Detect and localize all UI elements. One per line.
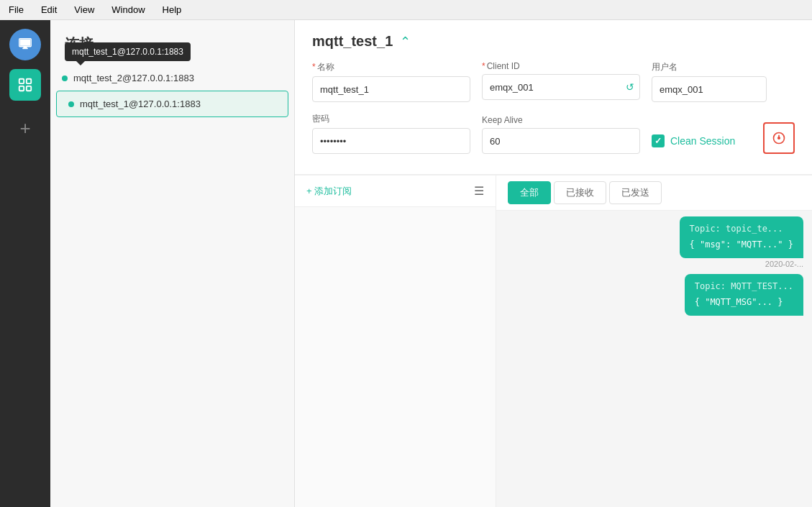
detail-header: mqtt_test_1 ⌃ *名称 *Client ID <box>295 20 812 175</box>
connection-item-2[interactable]: mqtt_test_1@127.0.0.1:1883 <box>56 91 288 117</box>
detail-title: mqtt_test_1 <box>312 33 393 50</box>
connection-tooltip: mqtt_test_1@127.0.0.1:1883 <box>65 42 191 61</box>
icon-sidebar: + <box>0 20 50 507</box>
menu-view[interactable]: View <box>71 3 97 17</box>
connection-label-2: mqtt_test_1@127.0.0.1:1883 <box>80 99 201 109</box>
client-id-required: * <box>482 61 485 71</box>
menu-bar: File Edit View Window Help <box>0 0 812 20</box>
refresh-client-id-icon[interactable]: ↺ <box>626 81 634 93</box>
client-id-input[interactable] <box>482 74 640 100</box>
message-wrapper-1: Topic: topic_te... { "msg": "MQTT..." } … <box>505 216 803 268</box>
collapse-icon[interactable]: ⌃ <box>400 34 411 50</box>
subscribe-content <box>295 207 496 507</box>
username-group: 用户名 <box>652 61 767 102</box>
connection-status-dot-1 <box>62 76 68 81</box>
message-topic-2: Topic: MQTT_TEST... <box>695 281 793 291</box>
message-bubble-2: Topic: MQTT_TEST... { "MQTT_MSG"... } <box>685 274 803 316</box>
client-id-label: *Client ID <box>482 61 640 71</box>
connections-panel: 连接 mqtt_test_2@127.0.0.1:1883 mqtt_test_… <box>50 20 295 507</box>
svg-rect-5 <box>19 86 24 91</box>
add-subscribe-button[interactable]: + 添加订阅 <box>306 185 352 198</box>
clean-session-row: Clean Session <box>652 128 735 154</box>
client-id-group: *Client ID ↺ <box>482 61 640 100</box>
name-group: *名称 <box>312 61 470 102</box>
subscribe-toolbar: + 添加订阅 ☰ <box>295 175 496 207</box>
keepalive-group: Keep Alive <box>482 115 640 154</box>
form-row-2: 密码 Keep Alive x Clean Session <box>312 112 795 154</box>
password-label: 密码 <box>312 113 470 125</box>
tab-all[interactable]: 全部 <box>508 181 551 204</box>
svg-rect-4 <box>27 79 31 83</box>
message-body-2: { "MQTT_MSG"... } <box>695 296 793 309</box>
clean-session-group: x Clean Session <box>652 112 735 154</box>
detail-title-row: mqtt_test_1 ⌃ <box>312 33 795 50</box>
message-bubble-1: Topic: topic_te... { "msg": "MQTT..." } <box>680 216 804 258</box>
svg-rect-6 <box>27 86 31 91</box>
remote-desktop-icon[interactable] <box>9 29 41 60</box>
connection-label-1: mqtt_test_2@127.0.0.1:1883 <box>73 73 194 83</box>
subscribe-panel: + 添加订阅 ☰ <box>295 175 496 507</box>
password-group: 密码 <box>312 113 470 154</box>
connection-item-1[interactable]: mqtt_test_2@127.0.0.1:1883 mqtt_test_1@1… <box>50 65 294 91</box>
menu-window[interactable]: Window <box>109 3 147 17</box>
connections-nav-icon[interactable] <box>9 69 41 101</box>
message-topic-1: Topic: topic_te... <box>690 224 794 234</box>
svg-point-9 <box>778 137 780 140</box>
subscribe-menu-icon[interactable]: ☰ <box>474 184 484 198</box>
connect-button[interactable] <box>763 122 795 154</box>
password-input[interactable] <box>312 128 470 154</box>
messages-panel: 全部 已接收 已发送 Topic: topic_te... { "msg": "… <box>496 175 812 507</box>
connect-btn-area <box>747 122 795 154</box>
message-wrapper-2: Topic: MQTT_TEST... { "MQTT_MSG"... } <box>505 274 803 317</box>
menu-edit[interactable]: Edit <box>38 3 60 17</box>
username-input[interactable] <box>652 76 767 102</box>
app-container: + 连接 mqtt_test_2@127.0.0.1:1883 mqtt_tes… <box>0 20 812 507</box>
menu-file[interactable]: File <box>6 3 27 17</box>
username-label: 用户名 <box>652 61 767 73</box>
clean-session-checkbox[interactable] <box>652 134 665 147</box>
client-id-wrapper: ↺ <box>482 74 640 100</box>
main-content: mqtt_test_1 ⌃ *名称 *Client ID <box>295 20 812 507</box>
add-connection-button[interactable]: + <box>9 112 41 144</box>
messages-list: Topic: topic_te... { "msg": "MQTT..." } … <box>496 211 812 507</box>
menu-help[interactable]: Help <box>160 3 185 17</box>
svg-rect-3 <box>19 79 24 83</box>
name-required: * <box>312 62 316 72</box>
keepalive-input[interactable] <box>482 128 640 154</box>
message-time-1: 2020-02-... <box>765 260 803 268</box>
bottom-area: + 添加订阅 ☰ 全部 已接收 已发送 Topic: topic_te... <box>295 175 812 507</box>
keepalive-label: Keep Alive <box>482 115 640 125</box>
tab-received[interactable]: 已接收 <box>554 181 606 204</box>
form-row-1: *名称 *Client ID ↺ 用户名 <box>312 61 795 102</box>
tab-published[interactable]: 已发送 <box>609 181 662 204</box>
clean-session-label: Clean Session <box>670 135 735 147</box>
name-label: *名称 <box>312 61 470 73</box>
messages-tabs: 全部 已接收 已发送 <box>496 175 812 211</box>
message-body-1: { "msg": "MQTT..." } <box>690 238 794 251</box>
name-input[interactable] <box>312 76 470 102</box>
connection-status-dot-2 <box>68 101 74 107</box>
